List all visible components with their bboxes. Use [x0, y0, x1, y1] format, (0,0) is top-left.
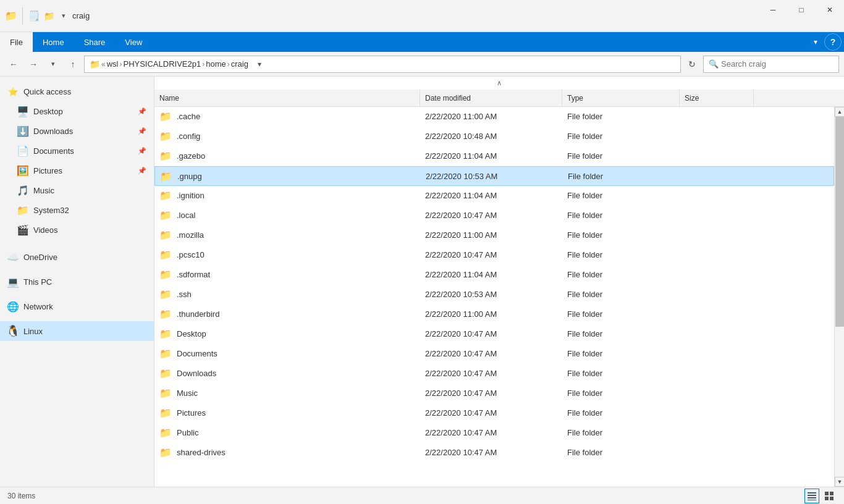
file-type-cell: File folder	[562, 344, 680, 364]
title-divider	[22, 7, 23, 25]
ribbon-tab-home[interactable]: Home	[33, 32, 74, 52]
file-type-cell: File folder	[562, 245, 680, 265]
table-row[interactable]: 📁Music2/22/2020 10:47 AMFile folder	[154, 384, 834, 403]
table-row[interactable]: 📁Documents2/22/2020 10:47 AMFile folder	[154, 344, 834, 364]
file-size-cell	[680, 127, 754, 146]
table-row[interactable]: 📁.mozilla2/22/2020 11:00 AMFile folder	[154, 225, 834, 245]
documents-pin-icon: 📌	[138, 147, 146, 155]
breadcrumb: 📁 « wsl › PHYSICALDRIVE2p1 › home › crai…	[90, 59, 248, 69]
table-row[interactable]: 📁Pictures2/22/2020 10:47 AMFile folder	[154, 403, 834, 423]
ribbon-help-button[interactable]: ?	[824, 33, 842, 51]
scroll-down-button[interactable]: ▼	[835, 477, 844, 487]
table-row[interactable]: 📁Desktop2/22/2020 10:47 AMFile folder	[154, 324, 834, 344]
table-row[interactable]: 📁.thunderbird2/22/2020 11:00 AMFile fold…	[154, 304, 834, 324]
details-view-button[interactable]	[804, 489, 819, 503]
search-input[interactable]	[721, 59, 833, 69]
file-date-cell: 2/22/2020 11:00 AM	[420, 225, 562, 245]
back-button[interactable]: ←	[5, 56, 22, 73]
breadcrumb-craig[interactable]: craig	[231, 59, 248, 69]
breadcrumb-wsl[interactable]: wsl	[107, 59, 119, 69]
table-row[interactable]: 📁.gnupg2/22/2020 10:53 AMFile folder	[154, 166, 834, 186]
scroll-up-button[interactable]: ▲	[835, 107, 844, 117]
table-row[interactable]: 📁.config2/22/2020 10:48 AMFile folder	[154, 127, 834, 146]
maximize-button[interactable]: □	[787, 0, 816, 20]
file-name-text: .mozilla	[177, 230, 204, 240]
breadcrumb-home[interactable]: home	[206, 59, 226, 69]
sidebar-item-desktop[interactable]: 🖥️ Desktop 📌	[0, 101, 154, 121]
table-row[interactable]: 📁.cache2/22/2020 11:00 AMFile folder	[154, 107, 834, 127]
breadcrumb-drive[interactable]: PHYSICALDRIVE2p1	[123, 59, 201, 69]
folder-icon: 📁	[159, 269, 172, 281]
minimize-button[interactable]: ─	[759, 0, 787, 20]
file-name-text: Music	[177, 388, 198, 398]
large-icons-view-button[interactable]	[822, 489, 837, 503]
item-count: 30 items	[7, 492, 35, 500]
search-bar[interactable]: 🔍	[703, 56, 839, 73]
sidebar-item-this-pc[interactable]: 💻 This PC	[0, 272, 154, 292]
system32-label: System32	[33, 206, 69, 215]
col-header-date[interactable]: Date modified	[420, 90, 562, 107]
scrollbar[interactable]: ▲ ▼	[834, 107, 844, 487]
scroll-track[interactable]	[835, 117, 844, 477]
sidebar-item-music[interactable]: 🎵 Music	[0, 180, 154, 200]
table-row[interactable]: 📁Downloads2/22/2020 10:47 AMFile folder	[154, 364, 834, 384]
svg-rect-3	[808, 500, 816, 500]
file-size-cell	[680, 225, 754, 245]
file-name-cell: 📁Pictures	[154, 403, 420, 423]
ribbon-tab-file[interactable]: File	[0, 32, 33, 52]
file-type-cell: File folder	[562, 146, 680, 166]
sidebar-item-downloads[interactable]: ⬇️ Downloads 📌	[0, 121, 154, 141]
ribbon-expand-button[interactable]: ▾	[807, 33, 824, 51]
sidebar-item-network[interactable]: 🌐 Network	[0, 296, 154, 316]
recent-locations-button[interactable]: ▾	[44, 56, 62, 73]
onedrive-label: OneDrive	[23, 253, 57, 262]
table-row[interactable]: 📁shared-drives2/22/2020 10:47 AMFile fol…	[154, 443, 834, 463]
breadcrumb-sep1: ›	[119, 60, 122, 69]
table-row[interactable]: 📁Public2/22/2020 10:47 AMFile folder	[154, 423, 834, 443]
col-header-size[interactable]: Size	[680, 90, 754, 107]
sidebar-item-quick-access[interactable]: ⭐ Quick access	[0, 82, 154, 101]
sidebar-item-linux[interactable]: 🐧 Linux	[0, 321, 154, 341]
table-row[interactable]: 📁.pcsc102/22/2020 10:47 AMFile folder	[154, 245, 834, 265]
address-chevron[interactable]: ▾	[253, 58, 266, 70]
refresh-button[interactable]: ↻	[683, 56, 701, 73]
close-button[interactable]: ✕	[816, 0, 844, 20]
file-date-cell: 2/22/2020 10:53 AM	[421, 166, 563, 186]
column-headers: Name Date modified Type Size	[154, 90, 844, 107]
file-size-cell	[680, 265, 754, 285]
table-row[interactable]: 📁.ssh2/22/2020 10:53 AMFile folder	[154, 285, 834, 304]
address-bar[interactable]: 📁 « wsl › PHYSICALDRIVE2p1 › home › crai…	[84, 56, 681, 73]
col-header-name[interactable]: Name	[154, 90, 420, 107]
music-label: Music	[33, 186, 54, 195]
titlebar-dropdown[interactable]: ▾	[57, 10, 70, 22]
file-type-cell: File folder	[562, 423, 680, 443]
file-date-cell: 2/22/2020 10:47 AM	[420, 245, 562, 265]
sidebar-item-onedrive[interactable]: ☁️ OneDrive	[0, 247, 154, 267]
file-date-cell: 2/22/2020 10:47 AM	[420, 443, 562, 463]
sort-arrow-row: ∧	[154, 77, 844, 90]
file-type-cell: File folder	[562, 324, 680, 344]
file-date-cell: 2/22/2020 10:48 AM	[420, 127, 562, 146]
forward-button[interactable]: →	[25, 56, 42, 73]
file-size-cell	[680, 146, 754, 166]
file-type-cell: File folder	[562, 364, 680, 384]
table-row[interactable]: 📁.sdformat2/22/2020 11:04 AMFile folder	[154, 265, 834, 285]
sidebar-item-videos[interactable]: 🎬 Videos	[0, 220, 154, 240]
ribbon-tab-share[interactable]: Share	[74, 32, 116, 52]
sidebar-item-system32[interactable]: 📁 System32	[0, 200, 154, 220]
table-row[interactable]: 📁.local2/22/2020 10:47 AMFile folder	[154, 206, 834, 225]
file-name-text: .sdformat	[177, 270, 210, 279]
sidebar-item-documents[interactable]: 📄 Documents 📌	[0, 141, 154, 161]
file-size-cell	[680, 364, 754, 384]
sort-up-arrow: ∧	[497, 79, 502, 87]
breadcrumb-start: «	[101, 60, 106, 69]
scroll-thumb[interactable]	[835, 117, 844, 327]
file-size-cell	[680, 206, 754, 225]
up-button[interactable]: ↑	[64, 56, 82, 73]
col-header-type[interactable]: Type	[562, 90, 680, 107]
table-row[interactable]: 📁.gazebo2/22/2020 11:04 AMFile folder	[154, 146, 834, 166]
sidebar-item-pictures[interactable]: 🖼️ Pictures 📌	[0, 161, 154, 180]
table-row[interactable]: 📁.ignition2/22/2020 11:04 AMFile folder	[154, 186, 834, 206]
file-type-cell: File folder	[562, 127, 680, 146]
ribbon-tab-view[interactable]: View	[115, 32, 152, 52]
